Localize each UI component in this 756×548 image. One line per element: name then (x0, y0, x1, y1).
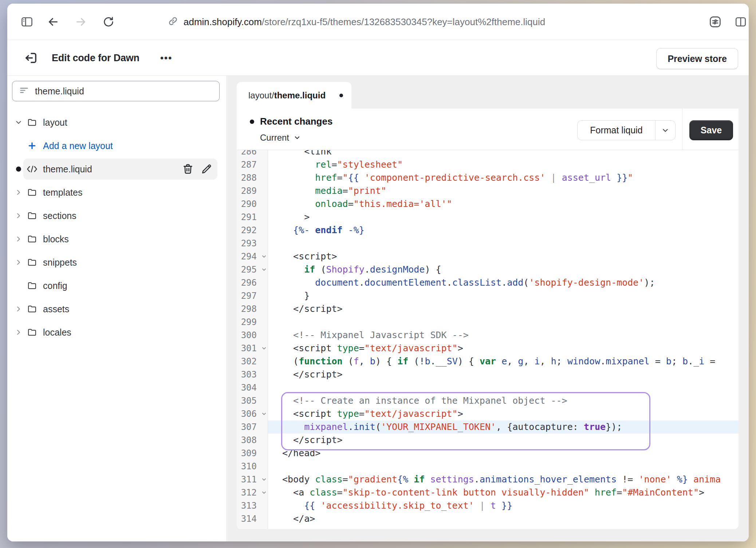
app-header: Edit code for Dawn ••• Preview store (7, 40, 749, 76)
fold-chevron-icon (261, 411, 267, 417)
code-line-299 (268, 316, 739, 329)
panel-toggle-icon[interactable] (20, 15, 34, 29)
line-number: 313 (237, 499, 268, 512)
line-number: 292 (237, 224, 268, 237)
tab-theme-liquid[interactable]: layout/theme.liquid (237, 82, 351, 109)
code-line-294: <script> (268, 250, 739, 263)
unsaved-dot (339, 94, 343, 97)
chevron-right-icon (15, 188, 23, 196)
code-line-298: </script> (268, 302, 739, 316)
search-value: theme.liquid (35, 86, 84, 97)
format-liquid-button[interactable]: Format liquid (578, 121, 655, 140)
reload-icon[interactable] (101, 15, 116, 29)
save-button[interactable]: Save (689, 120, 733, 140)
code-line-314: </a> (268, 512, 739, 525)
code-line-287: rel="stylesheet" (268, 158, 739, 171)
sidebar-item-label: assets (43, 304, 69, 314)
desktop-background: admin.shopify.com/store/rzq1xu-f5/themes… (0, 0, 756, 548)
fold-chevron-icon (261, 345, 267, 351)
line-number: 293 (237, 237, 268, 250)
line-number[interactable]: 306 (237, 407, 268, 420)
sidebar-item-snippets[interactable]: snippets (7, 251, 227, 274)
code-line-295: if (Shopify.designMode) { (268, 263, 739, 276)
line-number[interactable]: 311 (237, 473, 268, 486)
file-search-input[interactable]: theme.liquid (12, 81, 220, 101)
line-number: 309 (237, 447, 268, 460)
code-line-300: <!-- Mixpanel Javascript SDK --> (268, 329, 739, 342)
browser-window: admin.shopify.com/store/rzq1xu-f5/themes… (7, 4, 749, 541)
code-file-icon (26, 165, 38, 173)
folder-icon (27, 234, 37, 244)
code-line-292: {%- endif -%} (268, 224, 739, 237)
sidebar-item-layout[interactable]: layout (7, 111, 227, 134)
line-number[interactable]: 312 (237, 486, 268, 499)
address-bar[interactable]: admin.shopify.com/store/rzq1xu-f5/themes… (168, 4, 545, 40)
preview-store-button[interactable]: Preview store (656, 48, 738, 69)
code-toolbar: Recent changes Current Format liquid (237, 109, 739, 150)
sidebar-item-add-a-new-layout[interactable]: Add a new layout (7, 134, 227, 157)
pencil-button[interactable] (200, 163, 213, 175)
back-icon[interactable] (46, 15, 60, 29)
line-number[interactable]: 295 (237, 263, 268, 276)
folder-icon (27, 117, 37, 128)
trash-button[interactable] (181, 163, 194, 176)
format-liquid-caret[interactable] (655, 121, 675, 140)
format-liquid-split-button: Format liquid (577, 120, 676, 140)
code-line-291: > (268, 211, 739, 224)
line-number: 307 (237, 420, 268, 434)
line-number: 287 (237, 158, 268, 171)
folder-icon (27, 327, 37, 337)
unsaved-dot (16, 167, 21, 172)
line-number[interactable]: 294 (237, 250, 268, 263)
chevron-down-icon (15, 118, 23, 126)
tab-file-name: theme.liquid (274, 90, 326, 101)
url-path: /store/rzq1xu-f5/themes/132683530345?key… (262, 16, 545, 27)
unsaved-dot (250, 120, 254, 124)
trash-icon (181, 163, 194, 176)
exit-icon[interactable] (23, 50, 39, 66)
sidebar-item-label: theme.liquid (43, 164, 92, 175)
chevron-right-icon (15, 235, 23, 243)
fold-chevron-icon (261, 490, 267, 496)
code-line-305: <!-- Create an instance of the Mixpanel … (268, 394, 739, 407)
sidebar-item-theme-liquid[interactable]: theme.liquid (7, 157, 227, 181)
page-title: Edit code for Dawn (52, 40, 139, 76)
sidebar-item-label: layout (43, 117, 67, 128)
forward-icon[interactable] (74, 15, 88, 29)
line-number: 286 (237, 150, 268, 158)
plus-icon (27, 141, 37, 150)
sidebar-item-sections[interactable]: sections (7, 204, 227, 227)
version-dropdown[interactable]: Current (260, 133, 301, 143)
line-number: 289 (237, 184, 268, 197)
folder-icon (27, 257, 37, 267)
code-line-303: </script> (268, 368, 739, 381)
code-line-309: </head> (268, 447, 739, 460)
fold-chevron-icon (261, 267, 267, 273)
code-line-301: <script type="text/javascript"> (268, 342, 739, 355)
line-number: 305 (237, 394, 268, 407)
line-number: 308 (237, 434, 268, 447)
overflow-menu-icon[interactable]: ••• (160, 40, 172, 76)
code-line-290: onload="this.media='all'" (268, 197, 739, 211)
code-line-310 (268, 460, 739, 473)
line-number: 288 (237, 171, 268, 184)
sidebar-item-assets[interactable]: assets (7, 297, 227, 321)
version-label: Current (260, 133, 289, 143)
sidebar-item-label: blocks (43, 234, 69, 244)
tune-icon[interactable] (708, 15, 722, 29)
line-number[interactable]: 301 (237, 342, 268, 355)
sidebar-item-config[interactable]: config (7, 274, 227, 297)
folder-icon (27, 304, 37, 314)
code-line-288: href="{{ 'component-predictive-search.cs… (268, 171, 739, 184)
line-number: 303 (237, 368, 268, 381)
sidebar-item-locales[interactable]: locales (7, 321, 227, 344)
split-view-icon[interactable] (733, 15, 748, 29)
sidebar-item-templates[interactable]: templates (7, 181, 227, 204)
code-editor[interactable]: 2862872882892902912922932942952962972982… (237, 150, 739, 529)
url-host: admin.shopify.com (184, 16, 262, 27)
code-lines: <link rel="stylesheet" href="{{ 'compone… (268, 150, 739, 525)
code-line-308: </script> (268, 434, 739, 447)
toolbar-divider (682, 109, 682, 150)
code-area[interactable]: <link rel="stylesheet" href="{{ 'compone… (268, 150, 739, 529)
sidebar-item-blocks[interactable]: blocks (7, 227, 227, 251)
